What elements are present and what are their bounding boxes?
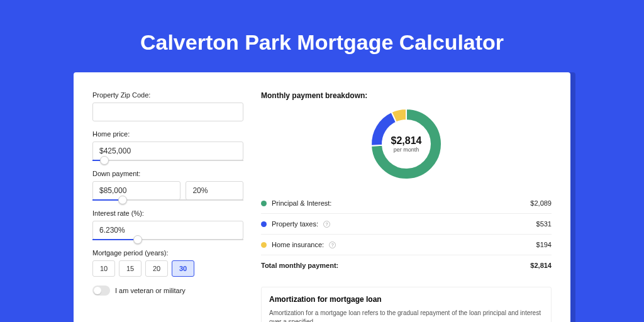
zip-field: Property Zip Code:	[92, 91, 243, 121]
interest-field: Interest rate (%):	[92, 209, 243, 240]
page-root: Calverton Park Mortgage Calculator Prope…	[0, 0, 644, 322]
zip-label: Property Zip Code:	[92, 91, 243, 99]
legend-dot-icon	[261, 201, 267, 206]
period-btn-15[interactable]: 15	[119, 260, 142, 277]
page-title: Calverton Park Mortgage Calculator	[0, 30, 644, 55]
period-btn-10[interactable]: 10	[92, 260, 115, 277]
down-payment-field: Down payment:	[92, 170, 243, 201]
zip-input[interactable]	[92, 103, 243, 121]
amortization-title: Amortization for mortgage loan	[269, 295, 543, 304]
amortization-card: Amortization for mortgage loan Amortizat…	[261, 287, 552, 322]
veteran-toggle[interactable]	[92, 286, 110, 296]
home-price-slider[interactable]	[92, 160, 243, 161]
legend-dot-icon	[261, 242, 267, 248]
legend-label: Property taxes:	[272, 220, 318, 228]
donut-center: $2,814 per month	[391, 135, 422, 153]
legend-label: Principal & Interest:	[272, 199, 331, 207]
interest-label: Interest rate (%):	[92, 209, 243, 217]
veteran-label: I am veteran or military	[115, 287, 186, 294]
home-price-label: Home price:	[92, 130, 243, 138]
interest-slider-thumb[interactable]	[133, 235, 142, 244]
legend-row: Principal & Interest:$2,089	[261, 193, 552, 214]
down-payment-slider-thumb[interactable]	[118, 196, 127, 204]
interest-input[interactable]	[92, 221, 243, 240]
total-value: $2,814	[530, 262, 552, 269]
calculator-card: Property Zip Code: Home price: Down paym…	[74, 72, 570, 322]
donut-sub: per month	[391, 147, 422, 153]
period-label: Mortgage period (years):	[92, 249, 243, 257]
down-payment-slider[interactable]	[92, 199, 243, 201]
home-price-field: Home price:	[92, 130, 243, 161]
legend-list: Principal & Interest:$2,089Property taxe…	[261, 193, 552, 255]
legend-dot-icon	[261, 221, 267, 227]
legend-row: Property taxes:?$531	[261, 214, 552, 235]
donut-amount: $2,814	[391, 135, 422, 147]
info-icon[interactable]: ?	[329, 242, 336, 248]
period-field: Mortgage period (years): 10152030	[92, 249, 243, 277]
donut-chart: $2,814 per month	[369, 106, 444, 182]
interest-slider[interactable]	[92, 239, 243, 240]
breakdown-title: Monthly payment breakdown:	[261, 91, 552, 100]
legend-label: Home insurance:	[272, 241, 324, 248]
veteran-row: I am veteran or military	[92, 286, 243, 296]
home-price-input[interactable]	[92, 142, 243, 160]
total-row: Total monthly payment: $2,814	[261, 255, 552, 275]
legend-value: $531	[536, 220, 552, 228]
breakdown-column: Monthly payment breakdown: $2,814 per mo…	[261, 91, 552, 322]
info-icon[interactable]: ?	[323, 221, 330, 228]
total-label: Total monthly payment:	[261, 262, 338, 269]
donut-chart-wrap: $2,814 per month	[261, 106, 552, 182]
form-column: Property Zip Code: Home price: Down paym…	[92, 91, 243, 322]
down-payment-input[interactable]	[92, 181, 180, 200]
legend-row: Home insurance:?$194	[261, 235, 552, 255]
period-btn-30[interactable]: 30	[172, 260, 194, 277]
home-price-slider-thumb[interactable]	[100, 156, 109, 165]
period-btn-20[interactable]: 20	[145, 260, 168, 277]
down-payment-label: Down payment:	[92, 170, 243, 177]
down-payment-pct-input[interactable]	[186, 181, 243, 200]
legend-value: $194	[536, 241, 552, 248]
legend-value: $2,089	[530, 199, 552, 207]
amortization-text: Amortization for a mortgage loan refers …	[269, 309, 543, 322]
